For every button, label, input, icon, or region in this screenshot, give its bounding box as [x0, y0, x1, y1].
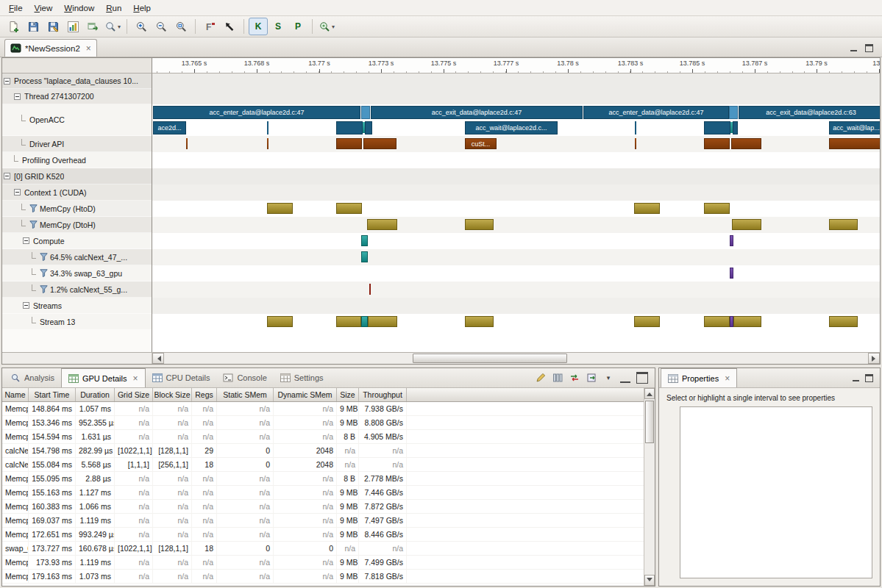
timeline-bar[interactable]: [361, 235, 368, 246]
timeline-bar[interactable]: [369, 284, 371, 295]
timeline-row[interactable]: ace2d...acc_wait@laplace2d.c...acc_wait@…: [152, 120, 880, 136]
timeline-bar[interactable]: [729, 106, 738, 119]
timeline-row[interactable]: [152, 314, 880, 330]
timeline-bar[interactable]: [336, 121, 363, 135]
minimize-icon[interactable]: [852, 374, 860, 382]
timeline-row[interactable]: [152, 89, 880, 104]
timeline-bar[interactable]: [732, 219, 761, 230]
timeline-row[interactable]: acc_enter_data@laplace2d.c:47acc_exit_da…: [152, 104, 880, 120]
zoom-out-button[interactable]: [152, 18, 171, 35]
timeline-row[interactable]: [152, 282, 880, 298]
tab-gpu-details[interactable]: GPU Details×: [61, 368, 146, 387]
timeline-bar[interactable]: [368, 316, 397, 327]
timeline-bar[interactable]: [336, 316, 361, 327]
timeline-bar[interactable]: [465, 316, 494, 327]
chevron-down-icon[interactable]: ▾: [118, 24, 121, 30]
maximize-icon[interactable]: [865, 44, 873, 52]
scroll-right-icon[interactable]: [868, 353, 880, 364]
close-icon[interactable]: ×: [725, 375, 730, 382]
export-details-icon[interactable]: [586, 372, 597, 384]
columns-icon[interactable]: [552, 372, 563, 384]
collapse-icon[interactable]: [23, 237, 29, 244]
timeline-bar[interactable]: [361, 316, 368, 327]
timeline-chart[interactable]: acc_enter_data@laplace2d.c:47acc_exit_da…: [152, 74, 880, 352]
tree-row-process-laplace-data-clauses[interactable]: Process "laplace_data_clauses 10...: [2, 74, 152, 89]
timeline-bar[interactable]: [704, 138, 730, 149]
timeline-bar[interactable]: [336, 138, 362, 149]
chevron-down-icon[interactable]: ▾: [332, 24, 335, 30]
menu-run[interactable]: Run: [100, 2, 127, 14]
column-header-size[interactable]: Size: [337, 388, 359, 401]
filter-funnel-icon[interactable]: [29, 204, 38, 212]
timeline-bar[interactable]: [267, 203, 293, 214]
timeline-row[interactable]: [152, 249, 880, 265]
timeline-bar[interactable]: [361, 251, 368, 262]
column-header-start-time[interactable]: Start Time: [29, 388, 76, 401]
timeline-bar[interactable]: [186, 138, 188, 149]
timeline-bar[interactable]: [731, 138, 761, 149]
tree-row-driver-api[interactable]: Driver API: [2, 136, 152, 152]
process-toggle-button[interactable]: P: [288, 18, 307, 35]
minimize-icon[interactable]: [619, 372, 631, 384]
vscroll-track[interactable]: [644, 399, 655, 575]
column-header-name[interactable]: Name: [2, 388, 29, 401]
view-menu-icon[interactable]: ▾: [602, 372, 614, 384]
kernel-toggle-button[interactable]: K: [249, 18, 268, 35]
timeline-bar[interactable]: acc_wait@lap...: [829, 121, 880, 135]
gpu-table-row[interactable]: Memcpy179.163 ms1.073 msn/an/an/an/an/a9…: [2, 570, 644, 584]
timeline-bar[interactable]: [635, 138, 636, 149]
hscroll-track[interactable]: [164, 353, 868, 364]
timeline-bar[interactable]: [704, 316, 730, 327]
gpu-table-row[interactable]: Memcpy169.037 ms1.119 msn/an/an/an/an/a9…: [2, 514, 644, 528]
vscroll-thumb[interactable]: [645, 401, 654, 443]
tree-row-thread-2741307200[interactable]: Thread 2741307200: [2, 89, 152, 104]
zoom-in-button[interactable]: [132, 18, 151, 35]
timeline-bar[interactable]: [267, 121, 268, 135]
details-vscrollbar[interactable]: [644, 388, 655, 586]
gpu-table-row[interactable]: Memcpy172.651 ms993.249 µsn/an/an/an/an/…: [2, 528, 644, 542]
timeline-bar[interactable]: [704, 121, 730, 135]
timeline-bar[interactable]: [829, 138, 880, 149]
tab-cpu-details[interactable]: CPU Details: [146, 368, 217, 387]
timeline-ruler[interactable]: 13.765 s13.768 s13.77 s13.773 s13.775 s1…: [152, 58, 880, 74]
tab-properties[interactable]: Properties ×: [661, 368, 737, 387]
collapse-icon[interactable]: [4, 173, 10, 179]
timeline-bar[interactable]: acc_enter_data@laplace2d.c:47: [153, 106, 360, 119]
timeline-bar[interactable]: cuSt...: [465, 138, 497, 149]
column-header-block-size[interactable]: Block Size: [153, 388, 192, 401]
timeline-row[interactable]: [152, 298, 880, 314]
timeline-row[interactable]: [152, 184, 880, 201]
close-icon[interactable]: ×: [86, 45, 91, 52]
column-header-dynamic-smem[interactable]: Dynamic SMem: [274, 388, 337, 401]
gpu-table-row[interactable]: calcNext155.084 ms5.568 µs[1,1,1][256,1,…: [2, 458, 644, 472]
gpu-table-row[interactable]: swap_63173.727 ms160.678 µs[1022,1,1][12…: [2, 542, 644, 556]
timeline-bar[interactable]: [634, 203, 660, 214]
tree-row-0-grid-k520[interactable]: [0] GRID K520: [2, 168, 152, 184]
timeline-hscrollbar[interactable]: [2, 352, 880, 364]
timeline-bar[interactable]: [367, 219, 397, 230]
tree-row-context-1-cuda[interactable]: Context 1 (CUDA): [2, 184, 152, 201]
timeline-bar[interactable]: [267, 138, 268, 149]
gpu-table-row[interactable]: Memcpy155.163 ms1.127 msn/an/an/an/an/a9…: [2, 486, 644, 500]
column-header-throughput[interactable]: Throughput: [359, 388, 407, 401]
tree-row-streams[interactable]: Streams: [2, 298, 152, 314]
menu-help[interactable]: Help: [127, 2, 157, 14]
collapse-icon[interactable]: [4, 78, 10, 85]
column-header-grid-size[interactable]: Grid Size: [115, 388, 153, 401]
timeline-bar[interactable]: [267, 316, 293, 327]
timeline-bar[interactable]: [634, 316, 660, 327]
tree-row-64-5-calcnext-47[interactable]: 64.5% calcNext_47_...: [2, 249, 152, 265]
minimize-icon[interactable]: [850, 44, 858, 52]
timeline-bar[interactable]: [365, 121, 372, 135]
export-button[interactable]: [83, 18, 102, 35]
column-header-duration[interactable]: Duration: [76, 388, 115, 401]
tab-settings[interactable]: Settings: [274, 368, 330, 387]
timeline-row[interactable]: [152, 217, 880, 233]
collapse-icon[interactable]: [14, 189, 21, 196]
timeline-row[interactable]: cuSt...: [152, 136, 880, 152]
menu-file[interactable]: File: [3, 2, 29, 14]
tab-console[interactable]: Console: [216, 368, 273, 387]
gpu-table-row[interactable]: Memcpy153.346 ms952.355 µsn/an/an/an/an/…: [2, 416, 644, 430]
timeline-bar[interactable]: [730, 235, 733, 246]
hscroll-thumb[interactable]: [413, 354, 567, 363]
